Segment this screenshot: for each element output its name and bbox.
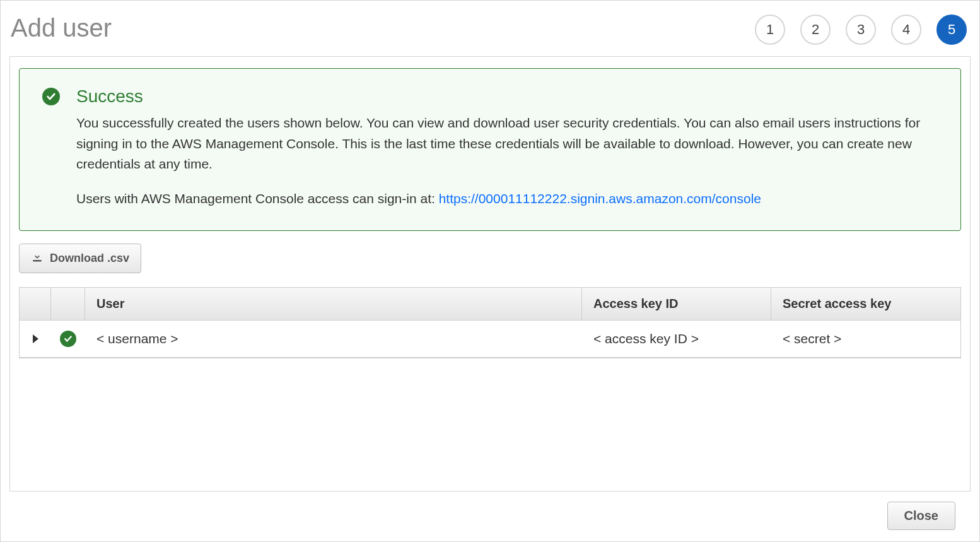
footer: Close bbox=[9, 492, 971, 541]
table-row: < username > < access key ID > < secret … bbox=[20, 321, 960, 358]
row-success-icon bbox=[60, 331, 76, 347]
download-icon bbox=[31, 250, 44, 266]
alert-signin-line: Users with AWS Management Console access… bbox=[76, 189, 938, 209]
close-button[interactable]: Close bbox=[887, 502, 955, 530]
cell-access-key-id: < access key ID > bbox=[582, 321, 771, 358]
col-header-access-key-id: Access key ID bbox=[582, 288, 771, 321]
wizard-stepper: 1 2 3 4 5 bbox=[755, 9, 967, 45]
col-header-user: User bbox=[85, 288, 582, 321]
col-header-expand bbox=[20, 288, 51, 321]
signin-url-link[interactable]: https://000011112222.signin.aws.amazon.c… bbox=[439, 191, 761, 206]
download-csv-button[interactable]: Download .csv bbox=[19, 244, 141, 273]
success-alert: Success You successfully created the use… bbox=[19, 68, 961, 231]
step-5[interactable]: 5 bbox=[936, 15, 967, 45]
alert-body: Success You successfully created the use… bbox=[76, 86, 938, 209]
cell-user: < username > bbox=[85, 321, 582, 358]
step-4[interactable]: 4 bbox=[891, 15, 921, 45]
download-csv-label: Download .csv bbox=[50, 252, 129, 265]
col-header-secret-access-key: Secret access key bbox=[771, 288, 960, 321]
step-2[interactable]: 2 bbox=[800, 15, 831, 45]
expand-row-icon[interactable] bbox=[33, 334, 38, 343]
step-3[interactable]: 3 bbox=[846, 15, 876, 45]
cell-secret-access-key: < secret > bbox=[771, 321, 960, 358]
step-1[interactable]: 1 bbox=[755, 15, 785, 45]
users-table: User Access key ID Secret access key < u bbox=[19, 287, 961, 358]
alert-title: Success bbox=[76, 86, 938, 107]
alert-signin-prefix: Users with AWS Management Console access… bbox=[76, 191, 439, 206]
alert-message: You successfully created the users shown… bbox=[76, 113, 938, 175]
success-check-icon bbox=[42, 88, 60, 105]
page-container: Add user 1 2 3 4 5 Success You successfu… bbox=[0, 0, 980, 542]
content-panel: Success You successfully created the use… bbox=[9, 56, 971, 492]
header: Add user 1 2 3 4 5 bbox=[9, 9, 971, 51]
page-title: Add user bbox=[11, 14, 112, 42]
col-header-status bbox=[51, 288, 85, 321]
table-header-row: User Access key ID Secret access key bbox=[20, 288, 960, 321]
